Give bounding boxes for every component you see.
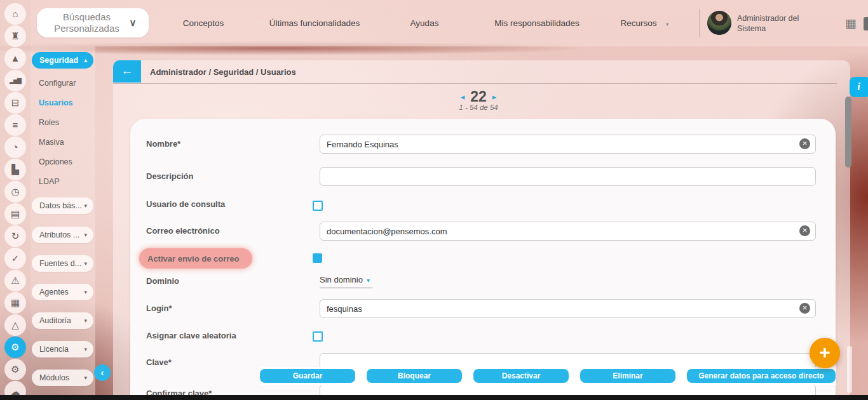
breadcrumb: Administrador / Seguridad / Usuarios bbox=[150, 67, 296, 77]
sidebar-item-roles[interactable]: Roles bbox=[39, 118, 59, 127]
sidebar-section-auditoria[interactable]: Auditoría ▾ bbox=[32, 312, 93, 329]
bar-chart-icon[interactable]: ▂▅▇ bbox=[4, 70, 26, 91]
alert-icon[interactable]: ⚠ bbox=[4, 270, 26, 291]
home-icon[interactable]: ⌂ bbox=[4, 3, 26, 25]
gears-icon[interactable]: ⚙ bbox=[4, 359, 26, 380]
calendar-icon[interactable]: ▦ bbox=[4, 292, 26, 314]
info-tab[interactable]: i bbox=[850, 77, 868, 97]
database-icon[interactable]: ▤ bbox=[4, 203, 26, 225]
recursos-dropdown-icon[interactable]: ▾ bbox=[666, 21, 669, 27]
sidebar-item-configurar[interactable]: Configurar bbox=[39, 79, 76, 88]
back-button[interactable]: ← bbox=[113, 60, 141, 83]
sidebar-section-atributos[interactable]: Atributos ... ▾ bbox=[32, 227, 93, 243]
check-circle-icon[interactable]: ✓ bbox=[4, 248, 26, 269]
usuario-consulta-checkbox[interactable] bbox=[313, 201, 323, 211]
pie-chart-icon[interactable]: ◔ bbox=[4, 137, 26, 158]
label-clave: Clave* bbox=[146, 357, 172, 367]
presentation-icon[interactable]: ⊟ bbox=[4, 92, 26, 114]
sidebar-item-masiva[interactable]: Masiva bbox=[39, 138, 64, 147]
asignar-clave-checkbox[interactable] bbox=[313, 331, 323, 342]
sidebar-section-datos-basicos[interactable]: Datos bás... ▾ bbox=[32, 197, 93, 214]
clear-icon[interactable]: × bbox=[799, 303, 810, 314]
section-label: Fuentes d... bbox=[39, 259, 81, 268]
sync-icon[interactable]: ↻ bbox=[4, 225, 26, 247]
add-user-fab[interactable]: + bbox=[810, 338, 840, 368]
pagination-range: 1 - 54 de 54 bbox=[431, 103, 526, 111]
sidebar-section-agentes[interactable]: Agentes ▾ bbox=[32, 284, 93, 300]
nav-mis-responsabilidades[interactable]: Mis responsabilidades bbox=[494, 18, 580, 28]
label-asignar-clave: Asignar clave aleatoria bbox=[146, 331, 236, 340]
sidebar-menu: Seguridad ▴ Configurar Usuarios Roles Ma… bbox=[31, 46, 95, 400]
nombre-input[interactable] bbox=[320, 135, 816, 154]
section-label: Datos bás... bbox=[39, 201, 82, 210]
section-label: Seguridad bbox=[39, 56, 78, 65]
prev-page-icon[interactable]: ◂ bbox=[461, 92, 465, 102]
top-navbar: Búsquedas Personalizadas ∨ Conceptos Últ… bbox=[31, 0, 868, 46]
chevron-down-icon: ▾ bbox=[84, 289, 87, 295]
chevron-down-icon: ▾ bbox=[84, 260, 87, 267]
action-button-bar: Guardar Bloquear Desactivar Eliminar Gen… bbox=[259, 367, 836, 385]
sidebar-item-usuarios[interactable]: Usuarios bbox=[39, 98, 73, 107]
tower-icon[interactable]: ♜ bbox=[4, 25, 26, 47]
custom-searches-dropdown[interactable]: Búsquedas Personalizadas ∨ bbox=[37, 8, 149, 37]
nodes-icon[interactable]: △ bbox=[4, 314, 26, 336]
next-page-icon[interactable]: ▸ bbox=[492, 92, 497, 102]
activar-envio-highlight: Activar envio de correo bbox=[139, 248, 252, 269]
generar-datos-button[interactable]: Generar datos para acceso directo bbox=[687, 369, 836, 383]
nav-recursos[interactable]: Recursos bbox=[620, 18, 656, 28]
chevron-down-icon: ▾ bbox=[84, 346, 87, 352]
label-dominio: Dominio bbox=[146, 276, 179, 286]
eliminar-button[interactable]: Eliminar bbox=[580, 369, 675, 383]
chevron-up-icon: ▴ bbox=[84, 57, 87, 63]
user-avatar[interactable] bbox=[707, 11, 731, 35]
dominio-select[interactable]: Sin dominio▾ bbox=[320, 275, 372, 288]
sidebar-collapse-button[interactable]: ‹ bbox=[94, 364, 111, 381]
chevron-down-icon: ∨ bbox=[130, 17, 137, 29]
sidebar-item-opciones[interactable]: Opciones bbox=[39, 157, 72, 166]
label-correo: Correo electrónico bbox=[146, 226, 220, 236]
partial-toolbar-icon[interactable] bbox=[864, 17, 868, 30]
label-login: Login* bbox=[146, 303, 172, 313]
icon-rail: ⌂ ♜ ▲ ▂▅▇ ⊟ ≡ ◔ ▙ ◷ ▤ ↻ ✓ ⚠ ▦ △ ⚙ ⚙ ☁ bbox=[0, 0, 31, 400]
correo-input[interactable] bbox=[320, 222, 816, 241]
chevron-down-icon: ▾ bbox=[367, 277, 370, 284]
nombre-field-wrap: × bbox=[320, 135, 816, 154]
chevron-down-icon: ▾ bbox=[84, 203, 87, 209]
chevron-down-icon: ▾ bbox=[84, 317, 87, 324]
gear-icon[interactable]: ⚙ bbox=[4, 337, 26, 358]
sidebar-section-seguridad[interactable]: Seguridad ▴ bbox=[32, 52, 93, 69]
scrollbar-thumb[interactable] bbox=[845, 97, 851, 168]
nav-ayudas[interactable]: Ayudas bbox=[410, 18, 439, 28]
guardar-button[interactable]: Guardar bbox=[260, 369, 355, 383]
sidebar-section-fuentes[interactable]: Fuentes d... ▾ bbox=[32, 255, 93, 272]
clock-icon[interactable]: ◷ bbox=[4, 181, 26, 203]
desactivar-button[interactable]: Desactivar bbox=[473, 369, 569, 383]
label-descripcion: Descripción bbox=[146, 171, 193, 181]
sidebar-section-licencia[interactable]: Licencia ▾ bbox=[32, 341, 93, 357]
factory-icon[interactable]: ▙ bbox=[4, 159, 26, 180]
descripcion-input[interactable] bbox=[320, 167, 816, 186]
dominio-value: Sin dominio bbox=[320, 275, 363, 284]
app: ⌂ ♜ ▲ ▂▅▇ ⊟ ≡ ◔ ▙ ◷ ▤ ↻ ✓ ⚠ ▦ △ ⚙ ⚙ ☁ Bú… bbox=[0, 0, 868, 400]
label-nombre: Nombre* bbox=[146, 139, 180, 149]
chevron-down-icon: ▾ bbox=[84, 232, 87, 238]
login-field-wrap: × bbox=[320, 299, 816, 318]
bloquear-button[interactable]: Bloquear bbox=[367, 369, 462, 383]
login-input[interactable] bbox=[320, 299, 816, 318]
chevron-down-icon: ▾ bbox=[84, 375, 87, 381]
calendar-icon[interactable]: ▦ bbox=[845, 16, 857, 30]
pyramid-icon[interactable]: ▲ bbox=[4, 48, 26, 69]
activar-envio-checkbox[interactable] bbox=[313, 253, 322, 263]
clear-icon[interactable]: × bbox=[799, 138, 810, 149]
section-label: Atributos ... bbox=[39, 230, 79, 239]
sidebar-section-modulos[interactable]: Módulos ▾ bbox=[32, 370, 93, 386]
section-label: Agentes bbox=[39, 288, 69, 297]
nav-ultimas-funcionalidades[interactable]: Últimas funcionalidades bbox=[269, 18, 360, 28]
clear-icon[interactable]: × bbox=[799, 225, 810, 236]
descripcion-field-wrap bbox=[320, 167, 816, 186]
scrollbar-track[interactable] bbox=[847, 346, 852, 393]
correo-field-wrap: × bbox=[320, 222, 816, 241]
nav-conceptos[interactable]: Conceptos bbox=[183, 18, 224, 28]
sliders-icon[interactable]: ≡ bbox=[4, 114, 26, 136]
sidebar-item-ldap[interactable]: LDAP bbox=[39, 177, 60, 186]
